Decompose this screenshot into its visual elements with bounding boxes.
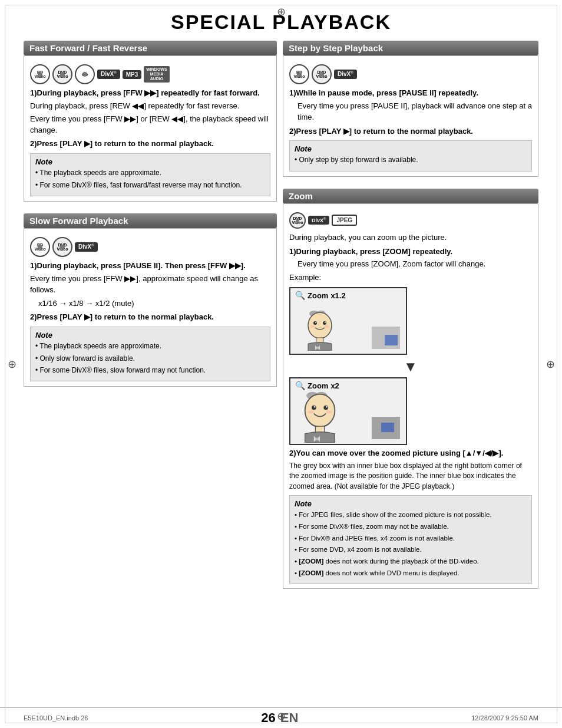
- footer: E5E10UD_EN.indb 26 26 EN 12/28/2007 9:25…: [0, 707, 562, 728]
- crosshair-right: ⊕: [544, 358, 556, 370]
- zoom-blue-box-1: [385, 335, 398, 345]
- badge-dvd-sf: DVDVideo: [52, 237, 72, 257]
- svg-point-23: [315, 437, 318, 440]
- zoom-figure-1: [302, 307, 338, 351]
- svg-point-15: [305, 394, 335, 427]
- svg-point-4: [313, 321, 317, 325]
- crosshair-top: ⊕: [275, 6, 287, 18]
- svg-point-8: [310, 325, 315, 328]
- page-number: 26: [261, 710, 275, 726]
- footer-date: 12/28/2007 9:25:50 AM: [471, 714, 538, 722]
- zoom-frame-2: 🔍 Zoom x2: [289, 377, 407, 445]
- svg-point-5: [323, 321, 326, 325]
- svg-point-11: [316, 347, 319, 349]
- zoom-frame-1: 🔍 Zoom x1.2: [289, 287, 407, 355]
- badge-bd: BDVideo: [30, 64, 50, 84]
- svg-point-18: [314, 406, 316, 408]
- badge-bd-sf: BDVideo: [30, 237, 50, 257]
- svg-point-7: [325, 322, 326, 323]
- badge-dvd-zoom: DVDVideo: [289, 212, 306, 229]
- svg-point-20: [308, 411, 314, 414]
- svg-point-9: [325, 325, 329, 328]
- zoom-frame1-label: 🔍 Zoom x1.2: [295, 291, 346, 300]
- badge-dvd-1: DVDVideo: [52, 64, 72, 84]
- crosshair-left: ⊕: [6, 358, 18, 370]
- badge-bd-sbs: BDVideo: [289, 64, 309, 84]
- badge-cd: CD: [75, 64, 95, 84]
- zoom-frame1-text: Zoom: [308, 291, 328, 300]
- footer-file: E5E10UD_EN.indb 26: [24, 714, 88, 722]
- zoom-blue-box-2: [381, 423, 394, 432]
- svg-point-6: [315, 322, 316, 323]
- svg-point-17: [323, 406, 328, 410]
- svg-point-3: [308, 312, 332, 338]
- zoom-icon-1: 🔍: [295, 291, 305, 300]
- zoom-frame1-factor: x1.2: [330, 291, 345, 300]
- badge-dvd-sbs: DVDVideo: [312, 64, 332, 84]
- svg-point-19: [326, 406, 328, 408]
- zoom-figure-2: [296, 387, 343, 443]
- page-number-area: 26 EN: [261, 710, 298, 726]
- svg-point-16: [312, 406, 316, 410]
- svg-point-21: [326, 411, 332, 414]
- page-border: [5, 5, 557, 723]
- page-lang: EN: [280, 710, 299, 726]
